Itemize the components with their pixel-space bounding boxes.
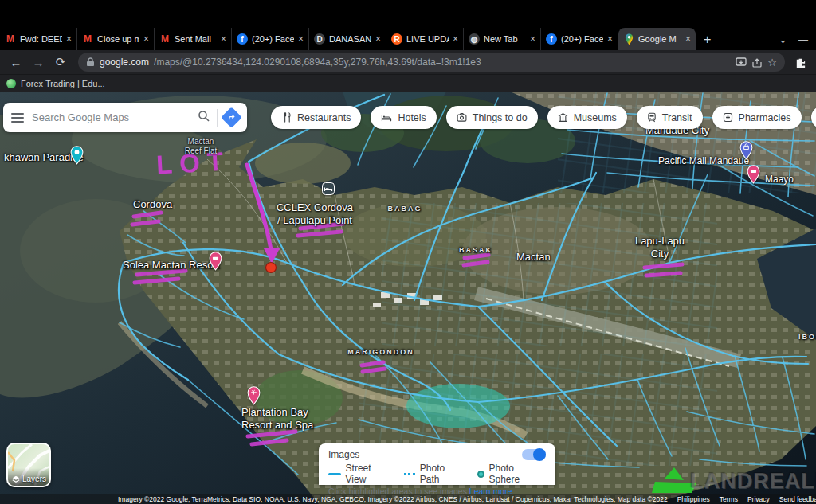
browser-tab[interactable]: M Fwd: DEED ×: [0, 28, 77, 50]
site-icon: D: [314, 33, 325, 45]
new-tab-button[interactable]: +: [704, 33, 711, 47]
things-to-do-icon: [457, 112, 467, 123]
reload-button[interactable]: ⟳: [51, 55, 70, 69]
layers-icon: [12, 475, 20, 483]
browser-tab[interactable]: f (20+) Face ×: [541, 28, 618, 50]
search-input[interactable]: [30, 111, 191, 124]
chip-hotels[interactable]: Hotels: [371, 106, 436, 129]
divider: [217, 109, 218, 127]
gmail-icon: M: [5, 33, 16, 45]
legend-street-view: Street View: [346, 463, 394, 485]
terms-link[interactable]: Terms: [720, 495, 738, 503]
map-label-solea[interactable]: Solea Mactan Resort: [123, 259, 219, 272]
url-path: /maps/@10.2736434,124.0290108,6894a,35y,…: [154, 57, 731, 68]
chip-restaurants[interactable]: Restaurants: [271, 106, 361, 129]
close-icon[interactable]: ×: [298, 33, 304, 45]
attribution-imagery: Imagery ©2022 Google, TerraMetrics, Data…: [118, 495, 668, 503]
bookmarks-bar: Forex Trading | Edu...: [0, 74, 816, 92]
lodging-pin-solea[interactable]: [209, 252, 222, 271]
photo-sphere-swatch: [477, 471, 484, 478]
send-feedback-link[interactable]: Send feedback: [779, 495, 816, 503]
facebook-icon: f: [237, 33, 248, 45]
watermark-text: LANDREALITY: [690, 469, 816, 494]
bookmark-favicon: [6, 79, 16, 88]
close-icon[interactable]: ×: [607, 33, 613, 45]
layers-button[interactable]: Layers: [6, 443, 51, 487]
legend-photo-sphere: Photo Sphere: [489, 463, 546, 485]
category-chips: Restaurants Hotels Things to do Museums …: [271, 106, 816, 129]
map-label-mactan[interactable]: Mactan: [516, 251, 551, 264]
map-label-babag: BABAG: [388, 205, 422, 213]
new-tab-icon: ◍: [469, 33, 480, 45]
close-icon[interactable]: ×: [221, 33, 226, 45]
chip-transit[interactable]: Transit: [637, 106, 703, 129]
url-bar[interactable]: google.com /maps/@10.2736434,124.0290108…: [78, 53, 785, 72]
close-icon[interactable]: ×: [685, 33, 691, 45]
legend-title: Images: [328, 449, 359, 460]
map-label-cclex[interactable]: CCLEX Cordova / Lapulapu Point: [277, 201, 353, 226]
back-button[interactable]: ←: [6, 56, 26, 69]
bookmark-item[interactable]: Forex Trading | Edu...: [21, 79, 105, 88]
resort-pin-plantation-bay[interactable]: [247, 386, 261, 405]
browser-tab[interactable]: R LIVE UPDA ×: [386, 28, 464, 50]
map-label-lapu-lapu[interactable]: Lapu-Lapu City: [635, 235, 685, 260]
browser-tab[interactable]: M Sent Mail ×: [155, 28, 232, 50]
browser-tab[interactable]: ◍ New Tab ×: [464, 28, 541, 50]
map-label-pacific-mall[interactable]: Pacific Mall Mandaue: [658, 155, 749, 166]
map-label-maayo[interactable]: Maayo: [765, 174, 794, 185]
restaurants-icon: [281, 112, 292, 123]
tab-search-chevron-icon[interactable]: ⌄: [779, 33, 787, 45]
watermark: LANDREALITY: [652, 467, 816, 494]
share-icon[interactable]: [751, 57, 763, 68]
url-domain: google.com: [100, 57, 149, 68]
map-label-cordova[interactable]: Cordova: [133, 198, 172, 211]
map-label-plantation-bay[interactable]: Plantation Bay Resort and Spa: [241, 406, 313, 431]
map-label-reef-flat: Mactan Reef Flat: [185, 137, 218, 156]
images-legend: Images Street View Photo Path Photo Sphe…: [319, 443, 555, 485]
directions-icon[interactable]: [221, 107, 242, 128]
photo-path-swatch: [404, 473, 415, 475]
close-icon[interactable]: ×: [530, 33, 536, 45]
gmail-icon: M: [82, 33, 93, 45]
map-canvas[interactable]: [0, 92, 816, 504]
lodging-pin-maayo[interactable]: [747, 165, 760, 184]
images-toggle[interactable]: [522, 449, 546, 460]
transit-icon: [647, 112, 657, 123]
bookmark-star-icon[interactable]: ☆: [767, 57, 777, 68]
browser-tab[interactable]: M Close up m ×: [77, 28, 155, 50]
chip-atms[interactable]: $ ATMs: [811, 106, 816, 129]
attribution-bar: Imagery ©2022 Google, TerraMetrics, Data…: [0, 494, 816, 504]
browser-toolbar: ← → ⟳ google.com /maps/@10.2736434,124.0…: [0, 50, 816, 74]
legend-photo-path: Photo Path: [420, 463, 466, 485]
close-icon[interactable]: ×: [375, 33, 381, 45]
attraction-pin[interactable]: [70, 146, 84, 165]
close-icon[interactable]: ×: [66, 33, 72, 45]
search-icon[interactable]: [198, 110, 210, 126]
shopping-pin-pacific-mall[interactable]: [740, 141, 753, 160]
privacy-link[interactable]: Privacy: [747, 495, 770, 503]
map-viewport: LOT khawan Paradise Mactan Reef Flat Cor…: [0, 92, 816, 504]
chip-museums[interactable]: Museums: [547, 106, 627, 129]
rappler-icon: R: [391, 33, 402, 45]
hotels-icon: [381, 112, 392, 123]
attribution-region[interactable]: Philippines: [677, 495, 710, 503]
browser-tab[interactable]: D DANASAN ×: [309, 28, 386, 50]
lot-marker: [266, 263, 277, 273]
facebook-icon: f: [546, 33, 557, 45]
cclex-poi-icon[interactable]: [322, 182, 335, 195]
forward-button[interactable]: →: [29, 56, 48, 69]
chip-things-to-do[interactable]: Things to do: [446, 106, 538, 129]
browser-tab-active[interactable]: Google M ×: [618, 28, 696, 50]
install-icon[interactable]: [736, 57, 747, 68]
gmail-icon: M: [159, 33, 171, 45]
tab-strip: M Fwd: DEED × M Close up m × M Sent Mail…: [0, 26, 816, 50]
window-titlebar: [0, 0, 816, 26]
close-icon[interactable]: ×: [453, 33, 458, 45]
close-icon[interactable]: ×: [143, 33, 149, 45]
minimize-icon[interactable]: —: [798, 34, 808, 45]
browser-tab[interactable]: f (20+) Face ×: [232, 28, 309, 50]
menu-icon[interactable]: [11, 113, 24, 123]
extensions-icon[interactable]: [794, 57, 806, 68]
lock-icon: [86, 57, 95, 67]
chip-pharmacies[interactable]: Pharmacies: [712, 106, 802, 129]
